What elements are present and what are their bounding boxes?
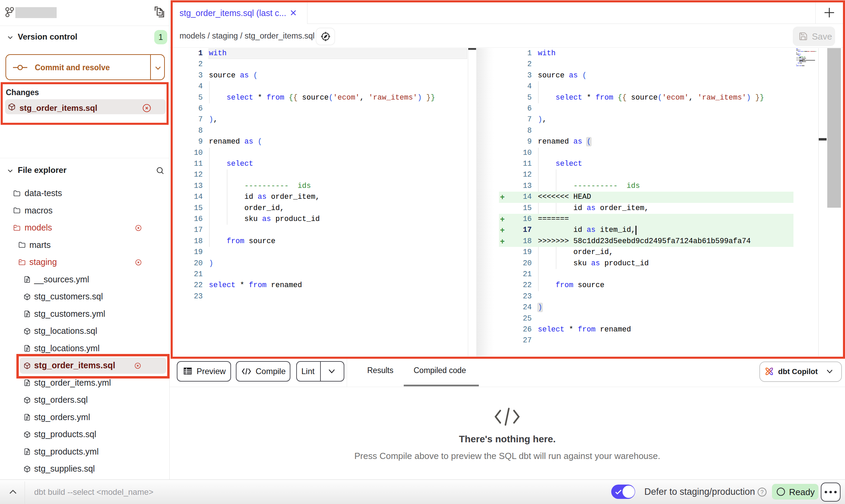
svg-text:?: ? xyxy=(761,489,764,495)
